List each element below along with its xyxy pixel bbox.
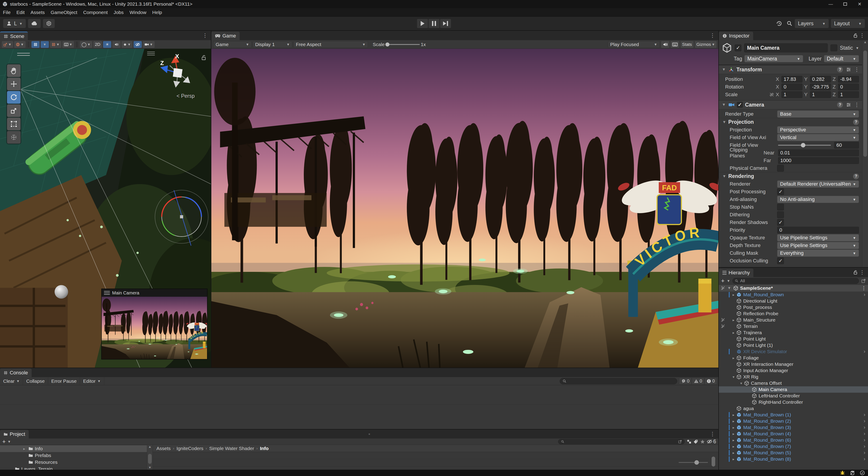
hierarchy-item[interactable]: ▸Mat_Round_Brown (8)› [719, 456, 868, 462]
fov-field[interactable]: 60 [834, 142, 859, 148]
step-button[interactable] [440, 19, 451, 28]
hierarchy-item[interactable]: Point Light [719, 336, 868, 342]
hierarchy-item[interactable]: ▸Mat_Round_Brown (6)› [719, 437, 868, 443]
transform-component-header[interactable]: ▼ Transform ?⋮ [719, 65, 862, 74]
project-search-input[interactable] [566, 439, 676, 444]
folder-item-prefabs[interactable]: Prefabs [0, 452, 147, 459]
hierarchy-item[interactable]: Terrain [719, 323, 868, 330]
prefab-open-chevron[interactable]: › [864, 412, 868, 418]
hierarchy-item[interactable]: Reflection Probe [719, 310, 868, 317]
near-field[interactable]: 0.01 [778, 149, 859, 156]
scene-orientation-gizmo[interactable]: X Z [156, 52, 199, 94]
prefab-open-chevron[interactable]: › [864, 349, 868, 354]
scene-panel-menu[interactable]: ⋮ [199, 32, 211, 39]
vsync-grid-button[interactable] [671, 41, 679, 48]
fov-axis-dropdown[interactable]: Vertical▼ [777, 134, 859, 141]
tab-hierarchy[interactable]: Hierarchy [719, 269, 753, 277]
menu-help[interactable]: Help [149, 10, 165, 15]
search-by-type-icon[interactable] [686, 439, 691, 444]
projection-foldout[interactable]: ▼Projection ? [719, 118, 862, 126]
hierarchy-item[interactable]: agua [719, 405, 868, 412]
hierarchy-item[interactable]: ▸Mat_Round_Brown (4)› [719, 431, 868, 437]
scene-header-row[interactable]: ▼ SampleScene* ⋮ [719, 285, 868, 292]
camera-component-header[interactable]: ▼ Camera ?⋮ [719, 100, 862, 109]
expander-icon[interactable]: ▸ [22, 447, 27, 451]
inspector-scrollbar[interactable]: ▲ [862, 40, 868, 267]
activity-check-icon[interactable] [860, 470, 865, 475]
undo-history-button[interactable] [774, 19, 784, 28]
hierarchy-search[interactable] [733, 278, 859, 284]
active-checkbox[interactable] [735, 44, 741, 51]
dithering-checkbox[interactable] [777, 211, 784, 218]
preview-menu-icon[interactable] [104, 293, 110, 293]
physical-camera-checkbox[interactable] [777, 165, 784, 172]
effects-dropdown[interactable]: ▼ [122, 41, 132, 48]
hierarchy-item[interactable]: XR Device Simulator› [719, 348, 868, 355]
maximize-button[interactable] [839, 2, 851, 7]
hierarchy-item[interactable]: ▸Mat_Round_Brown (2)› [719, 418, 868, 424]
global-search-button[interactable] [784, 19, 795, 28]
far-field[interactable]: 1000 [778, 157, 859, 164]
console-clear-button[interactable]: Clear▼ [0, 377, 23, 385]
scale-y-field[interactable]: 1 [810, 91, 831, 98]
hierarchy-lock-icon[interactable] [850, 270, 859, 275]
play-mode-dropdown[interactable]: Play Focused▼ [608, 41, 660, 48]
tab-game[interactable]: Game [211, 32, 240, 40]
rotation-y-field[interactable]: -29.775 [810, 83, 831, 90]
help-icon[interactable]: ? [837, 67, 843, 72]
gameobject-name-field[interactable]: Main Camera [744, 43, 828, 53]
static-dropdown-caret[interactable]: ▼ [856, 46, 859, 50]
pickability-off-icon[interactable] [721, 324, 725, 329]
console-search[interactable] [560, 378, 677, 384]
debugger-bug-icon[interactable] [840, 470, 845, 475]
hierarchy-item[interactable]: XR Interaction Manager [719, 361, 868, 367]
hierarchy-item[interactable]: ▸Mat_Round_Brown (5)› [719, 450, 868, 456]
priority-field[interactable]: 0 [777, 227, 859, 234]
scene-camera-dropdown[interactable]: ▼ [143, 41, 155, 48]
play-button[interactable] [417, 19, 428, 28]
layers-dropdown[interactable]: Layers▼ [795, 19, 829, 28]
ruler-dropdown[interactable]: ▼ [62, 41, 74, 48]
component-menu[interactable]: ⋮ [854, 67, 860, 73]
tab-scene[interactable]: Scene [0, 32, 28, 40]
gizmos-dropdown[interactable]: Gizmos▼ [695, 41, 717, 48]
prefab-open-chevron[interactable]: › [864, 450, 868, 456]
console-warning-filter[interactable]: 0 [692, 378, 704, 384]
breadcrumb-simple-water-shader[interactable]: Simple Water Shader [209, 446, 254, 451]
move-tool-button[interactable] [7, 78, 21, 90]
open-in-new-icon[interactable] [678, 440, 682, 444]
project-minimize-icon[interactable]: ▫ [366, 432, 373, 437]
console-collapse-button[interactable]: Collapse [23, 377, 48, 385]
hierarchy-item[interactable]: LeftHand Controller [719, 393, 868, 399]
breadcrumb-ignitecoders[interactable]: IgniteCoders [177, 446, 204, 451]
scale-x-field[interactable]: 1 [781, 91, 802, 98]
game-audio-toggle[interactable] [661, 41, 669, 48]
scale-z-field[interactable]: 1 [838, 91, 859, 98]
rendering-foldout[interactable]: ▼Rendering ? [719, 172, 862, 180]
lighting-toggle[interactable]: ☀ [103, 41, 111, 48]
tag-dropdown[interactable]: MainCamera▼ [744, 55, 803, 62]
fov-slider-thumb[interactable] [801, 143, 805, 147]
scene-visibility-toggle[interactable] [133, 41, 142, 48]
create-asset-button[interactable]: + [2, 438, 6, 445]
hierarchy-item[interactable]: ▸Mat_Round_Brown (1)› [719, 412, 868, 418]
foldout-icon[interactable]: ▼ [727, 286, 732, 291]
game-viewport[interactable] [211, 49, 718, 368]
menu-component[interactable]: Component [80, 10, 111, 15]
menu-window[interactable]: Window [127, 10, 149, 15]
prefab-open-chevron[interactable]: › [864, 443, 868, 449]
projection-dropdown[interactable]: Perspective▼ [777, 126, 859, 133]
menu-jobs[interactable]: Jobs [111, 10, 127, 15]
hierarchy-item[interactable]: Input Action Manager [719, 367, 868, 374]
pickability-icon[interactable] [721, 286, 725, 291]
hierarchy-item[interactable]: Post_process [719, 304, 868, 310]
console-editor-dropdown[interactable]: Editor▼ [80, 377, 104, 385]
hierarchy-item-selected[interactable]: Main Camera [719, 386, 868, 393]
camera-enabled-checkbox[interactable] [737, 102, 743, 108]
rotation-x-field[interactable]: 0 [781, 83, 802, 90]
presets-icon[interactable] [846, 102, 851, 107]
hierarchy-item[interactable]: ▸Mat_Round_Brown› [719, 292, 868, 298]
position-z-field[interactable]: -8.94 [838, 76, 859, 83]
static-checkbox[interactable] [831, 44, 837, 51]
breadcrumb-info[interactable]: Info [260, 446, 269, 451]
